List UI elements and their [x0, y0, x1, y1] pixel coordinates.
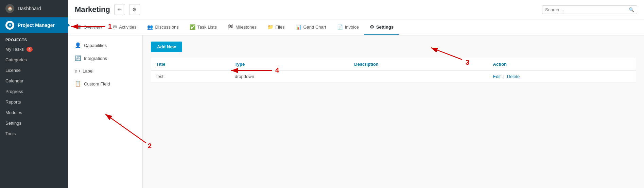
reports-label: Reports [5, 99, 21, 105]
tab-task-lists[interactable]: ✅ Task Lists [184, 19, 222, 35]
milestones-icon: 🏁 [228, 24, 233, 30]
dashboard-item[interactable]: 🏠 Dashboard [0, 0, 68, 17]
dashboard-icon: 🏠 [5, 4, 14, 13]
tab-discussions[interactable]: 👥 Discussions [142, 19, 184, 35]
main-content: Marketing ✏ ⚙ 🔍 🖥 Overview ✉ Activities … [68, 0, 644, 188]
integrations-label: Integrations [84, 56, 107, 61]
pm-arrow [67, 23, 70, 27]
pm-label: Project Manager [18, 22, 55, 28]
discussions-icon: 👥 [147, 24, 153, 30]
page-header: Marketing ✏ ⚙ 🔍 [68, 0, 644, 19]
sidebar-item-settings[interactable]: Settings [0, 118, 68, 128]
integrations-icon: 🔄 [75, 55, 81, 61]
gantt-icon: 📊 [296, 24, 301, 30]
tab-milestones[interactable]: 🏁 Milestones [222, 19, 262, 35]
row-description [349, 70, 487, 83]
content-area: 👤 Capabilities 🔄 Integrations 🏷 Label 📋 … [68, 35, 644, 188]
project-manager-item[interactable]: Project Manager [0, 17, 68, 33]
tab-invoice-label: Invoice [345, 25, 359, 30]
projects-section-title: Projects [0, 33, 68, 44]
gear-icon: ⚙ [132, 7, 137, 12]
sidebar-item-categories[interactable]: Categories [0, 54, 68, 65]
header-settings-button[interactable]: ⚙ [129, 4, 140, 15]
submenu-label[interactable]: 🏷 Label [68, 65, 142, 77]
edit-link[interactable]: Edit [493, 74, 501, 79]
tab-files-label: Files [275, 25, 284, 30]
submenu-integrations[interactable]: 🔄 Integrations [68, 52, 142, 65]
settings-tab-icon: ⚙ [370, 24, 374, 30]
invoice-icon: 📄 [337, 24, 343, 30]
pm-icon [5, 21, 14, 30]
capabilities-icon: 👤 [75, 42, 81, 48]
sidebar-item-progress[interactable]: Progress [0, 86, 68, 97]
col-description: Description [349, 58, 487, 70]
tab-settings-label: Settings [376, 25, 394, 30]
col-title: Title [151, 58, 229, 70]
col-type: Type [229, 58, 349, 70]
tab-overview[interactable]: 🖥 Overview [71, 19, 107, 35]
sidebar-item-calendar[interactable]: Calendar [0, 76, 68, 86]
my-tasks-badge: 4 [27, 47, 33, 52]
col-action: Action [488, 58, 636, 70]
edit-button[interactable]: ✏ [114, 4, 125, 15]
task-lists-icon: ✅ [190, 24, 195, 30]
search-input[interactable] [545, 7, 629, 12]
capabilities-label: Capabilities [84, 43, 107, 48]
tools-label: Tools [5, 131, 16, 136]
tabs-bar: 🖥 Overview ✉ Activities 👥 Discussions ✅ … [68, 19, 644, 35]
my-tasks-label: My Tasks [5, 47, 24, 52]
table-row: test dropdown Edit | Delete [151, 70, 636, 83]
sidebar-item-reports[interactable]: Reports [0, 97, 68, 107]
header-left: Marketing ✏ ⚙ [75, 4, 140, 15]
sub-menu: 👤 Capabilities 🔄 Integrations 🏷 Label 📋 … [68, 35, 143, 188]
license-label: License [5, 68, 21, 73]
tab-activities[interactable]: ✉ Activities [107, 19, 142, 35]
sidebar: 🏠 Dashboard Project Manager Projects My … [0, 0, 68, 188]
action-separator: | [503, 74, 504, 79]
row-title: test [151, 70, 229, 83]
tab-invoice[interactable]: 📄 Invoice [332, 19, 364, 35]
edit-icon: ✏ [118, 7, 122, 12]
modules-label: Modules [5, 110, 22, 115]
progress-label: Progress [5, 89, 23, 94]
tab-settings[interactable]: ⚙ Settings [364, 19, 399, 35]
row-type: dropdown [229, 70, 349, 83]
tab-discussions-label: Discussions [155, 25, 178, 30]
sidebar-item-license[interactable]: License [0, 65, 68, 76]
tab-milestones-label: Milestones [236, 25, 257, 30]
tab-gantt-chart[interactable]: 📊 Gantt Chart [290, 19, 332, 35]
row-action: Edit | Delete [488, 70, 636, 83]
tab-activities-label: Activities [119, 25, 136, 30]
dashboard-label: Dashboard [18, 6, 41, 11]
custom-field-icon: 📋 [75, 81, 81, 87]
sidebar-item-modules[interactable]: Modules [0, 107, 68, 118]
add-new-button[interactable]: Add New [151, 42, 182, 52]
overview-icon: 🖥 [77, 24, 82, 30]
submenu-capabilities[interactable]: 👤 Capabilities [68, 39, 142, 52]
label-icon: 🏷 [75, 68, 80, 74]
activities-icon: ✉ [113, 24, 117, 30]
settings-label: Settings [5, 121, 21, 126]
tab-overview-label: Overview [84, 25, 102, 30]
categories-label: Categories [5, 57, 27, 62]
custom-field-label: Custom Field [84, 81, 110, 87]
sidebar-item-my-tasks[interactable]: My Tasks 4 [0, 44, 68, 54]
tab-files[interactable]: 📁 Files [262, 19, 290, 35]
delete-link[interactable]: Delete [507, 74, 520, 79]
custom-fields-table: Title Type Description Action test dropd… [151, 58, 636, 83]
page-title: Marketing [75, 5, 110, 14]
search-icon: 🔍 [629, 7, 634, 12]
files-icon: 📁 [267, 24, 273, 30]
submenu-custom-field[interactable]: 📋 Custom Field [68, 77, 142, 90]
search-box: 🔍 [542, 5, 637, 14]
tab-gantt-label: Gantt Chart [303, 25, 326, 30]
tab-task-lists-label: Task Lists [197, 25, 217, 30]
calendar-label: Calendar [5, 78, 23, 83]
label-text: Label [83, 68, 93, 74]
table-header-row: Title Type Description Action [151, 58, 636, 70]
sidebar-item-tools[interactable]: Tools [0, 128, 68, 139]
right-content: Add New Title Type Description Action te… [143, 35, 644, 188]
